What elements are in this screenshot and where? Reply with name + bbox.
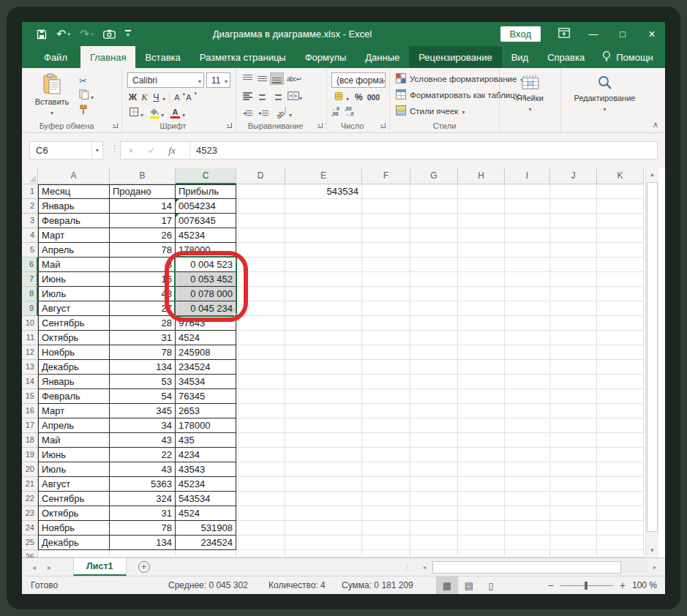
cell-H3[interactable] [458, 214, 505, 228]
cell-F6[interactable] [362, 258, 410, 272]
cell-G19[interactable] [410, 448, 458, 462]
italic-button[interactable]: К [139, 92, 150, 103]
cell-F20[interactable] [362, 462, 410, 477]
cell-K13[interactable] [597, 360, 644, 375]
cell-F9[interactable] [362, 301, 410, 316]
cell-K5[interactable] [597, 243, 644, 258]
row-header-3[interactable]: 3 [22, 214, 38, 228]
cell-E4[interactable] [285, 228, 362, 243]
row-header-5[interactable]: 5 [22, 243, 38, 258]
cell-J16[interactable] [550, 404, 597, 418]
cell-G1[interactable] [410, 184, 458, 199]
hscroll-right-icon[interactable]: ▸ [648, 564, 661, 571]
cell-C22[interactable]: 543534 [176, 492, 236, 506]
vertical-scrollbar[interactable]: ▲ ▼ [645, 168, 658, 557]
cell-E22[interactable] [285, 492, 362, 506]
cell-I9[interactable] [505, 301, 550, 316]
percent-style-button[interactable]: % [355, 92, 363, 102]
font-color-button[interactable]: А [168, 107, 187, 120]
cell-J1[interactable] [550, 184, 597, 199]
cell-F17[interactable] [362, 418, 410, 433]
cell-J23[interactable] [550, 506, 597, 521]
cell-I11[interactable] [505, 331, 550, 345]
cell-C1[interactable]: Прибыль [176, 184, 236, 199]
clipboard-dialog-launcher-icon[interactable] [113, 123, 118, 128]
cell-D4[interactable] [236, 228, 285, 243]
cell-B16[interactable]: 345 [110, 404, 176, 418]
column-header-G[interactable]: G [410, 168, 458, 184]
cell-H26[interactable] [458, 550, 505, 557]
cell-G16[interactable] [410, 404, 458, 418]
cell-I25[interactable] [505, 536, 550, 550]
cell-D7[interactable] [236, 272, 285, 287]
row-header-15[interactable]: 15 [22, 389, 38, 404]
cell-H6[interactable] [458, 258, 505, 272]
cell-C25[interactable]: 234524 [176, 536, 236, 550]
bold-button[interactable]: Ж [127, 92, 138, 102]
align-center-button[interactable] [255, 90, 269, 102]
page-break-view-icon[interactable]: ▯ [480, 576, 502, 594]
insert-function-icon[interactable]: fx [162, 145, 182, 157]
cell-F14[interactable] [362, 375, 410, 389]
column-header-F[interactable]: F [362, 168, 410, 184]
cell-E26[interactable] [285, 550, 362, 557]
cell-K26[interactable] [597, 550, 644, 557]
cell-K22[interactable] [597, 492, 644, 506]
cell-C24[interactable]: 531908 [176, 521, 236, 536]
cell-G4[interactable] [410, 228, 458, 243]
cell-E5[interactable] [285, 243, 362, 258]
cell-C4[interactable]: 45234 [176, 228, 236, 243]
cell-D3[interactable] [236, 214, 285, 228]
undo-button[interactable]: ↶▾ [56, 29, 70, 40]
cell-A22[interactable]: Сентябрь [38, 492, 110, 506]
tab-file[interactable]: Файл [31, 46, 80, 68]
cell-J5[interactable] [550, 243, 597, 258]
underline-button[interactable]: Ч [151, 92, 162, 102]
column-header-E[interactable]: E [285, 168, 362, 184]
cell-J14[interactable] [550, 375, 597, 389]
cell-D23[interactable] [236, 506, 285, 521]
cell-K7[interactable] [597, 272, 644, 287]
cell-J9[interactable] [550, 301, 597, 316]
cell-F2[interactable] [362, 199, 410, 214]
cell-A4[interactable]: Март [38, 228, 110, 243]
cell-I17[interactable] [505, 418, 550, 433]
cell-F22[interactable] [362, 492, 410, 506]
row-header-21[interactable]: 21 [22, 477, 38, 492]
cell-D24[interactable] [236, 521, 285, 536]
cell-J17[interactable] [550, 418, 597, 433]
paste-dropdown-icon[interactable] [50, 108, 53, 116]
cell-E24[interactable] [285, 521, 362, 536]
cell-D10[interactable] [236, 316, 285, 331]
next-sheet-icon[interactable]: ▸ [48, 563, 51, 571]
cell-K15[interactable] [597, 389, 644, 404]
cell-H4[interactable] [458, 228, 505, 243]
cell-C19[interactable]: 4234 [176, 448, 236, 462]
cell-D14[interactable] [236, 375, 285, 389]
cell-G11[interactable] [410, 331, 458, 345]
row-header-1[interactable]: 1 [22, 184, 38, 199]
cell-I8[interactable] [505, 287, 550, 301]
cell-F10[interactable] [362, 316, 410, 331]
cell-B15[interactable]: 54 [110, 389, 176, 404]
comma-style-button[interactable]: 000 [367, 93, 380, 102]
cell-J21[interactable] [550, 477, 597, 492]
cell-K21[interactable] [597, 477, 644, 492]
cell-F12[interactable] [362, 345, 410, 360]
cell-I13[interactable] [505, 360, 550, 375]
cell-K6[interactable] [597, 258, 644, 272]
cell-A26[interactable] [38, 550, 110, 557]
column-header-A[interactable]: A [38, 168, 110, 184]
cell-H2[interactable] [458, 199, 505, 214]
cell-F1[interactable] [362, 184, 410, 199]
cell-E12[interactable] [285, 345, 362, 360]
cell-D8[interactable] [236, 287, 285, 301]
cell-I19[interactable] [505, 448, 550, 462]
cell-B7[interactable]: 16 [110, 272, 176, 287]
cell-B19[interactable]: 22 [110, 448, 176, 462]
cell-C12[interactable]: 245908 [176, 345, 236, 360]
cell-C20[interactable]: 43543 [176, 462, 236, 477]
cell-B24[interactable]: 78 [110, 521, 176, 536]
grow-font-button[interactable]: А [173, 93, 184, 102]
cell-K24[interactable] [597, 521, 644, 536]
